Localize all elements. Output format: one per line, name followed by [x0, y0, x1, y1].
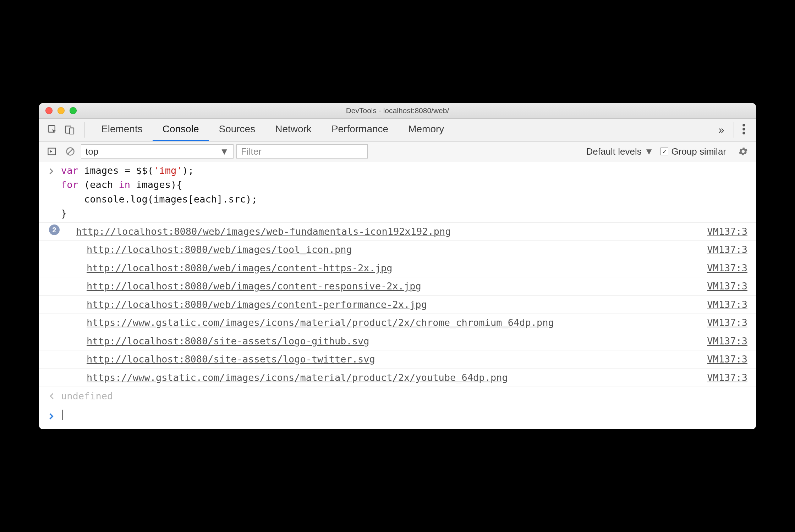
device-toolbar-icon[interactable]: [61, 121, 78, 138]
tab-performance[interactable]: Performance: [322, 119, 398, 141]
inspect-element-icon[interactable]: [44, 121, 61, 138]
console-input-row: var images = $$('img'); for (each in ima…: [39, 162, 756, 223]
return-row: undefined: [39, 387, 756, 406]
console-log-row: http://localhost:8080/web/images/content…: [39, 277, 756, 296]
console-log-row: http://localhost:8080/web/images/content…: [39, 296, 756, 314]
console-log-row: http://localhost:8080/site-assets/logo-g…: [39, 332, 756, 351]
devtools-window: DevTools - localhost:8080/web/ ElementsC…: [39, 103, 756, 429]
console-log-row: http://localhost:8080/web/images/tool_ic…: [39, 241, 756, 259]
console-log-row: https://www.gstatic.com/images/icons/mat…: [39, 314, 756, 332]
filter-input[interactable]: [236, 144, 368, 159]
devtools-tabs: ElementsConsoleSourcesNetworkPerformance…: [39, 119, 756, 142]
console-log-row: https://www.gstatic.com/images/icons/mat…: [39, 369, 756, 387]
console-prompt[interactable]: [39, 406, 756, 429]
log-message-link[interactable]: http://localhost:8080/site-assets/logo-t…: [87, 352, 375, 367]
chevron-down-icon: ▼: [645, 146, 654, 157]
log-levels-select[interactable]: Default levels ▼: [586, 146, 654, 157]
log-source-link[interactable]: VM137:3: [707, 243, 747, 257]
log-message-link[interactable]: http://localhost:8080/web/images/content…: [87, 298, 427, 312]
execution-context-select[interactable]: top ▼: [81, 144, 234, 159]
repeat-count-badge: 2: [49, 225, 60, 235]
more-tabs-button[interactable]: »: [712, 124, 731, 136]
log-source-link[interactable]: VM137:3: [707, 334, 747, 349]
titlebar: DevTools - localhost:8080/web/: [39, 103, 756, 119]
prompt-chevron-icon: [49, 410, 61, 423]
log-source-link[interactable]: VM137:3: [707, 371, 747, 385]
divider: [84, 122, 85, 138]
console-body: var images = $$('img'); for (each in ima…: [39, 162, 756, 429]
input-chevron-icon: [49, 164, 61, 221]
log-message-link[interactable]: http://localhost:8080/web/images/web-fun…: [76, 225, 451, 239]
window-title: DevTools - localhost:8080/web/: [39, 106, 756, 115]
svg-rect-2: [70, 128, 74, 134]
checkbox-icon: ✓: [660, 148, 668, 155]
close-window-button[interactable]: [45, 107, 53, 114]
log-message-link[interactable]: https://www.gstatic.com/images/icons/mat…: [87, 371, 508, 385]
console-log-row: 2http://localhost:8080/web/images/web-fu…: [39, 223, 756, 241]
log-source-link[interactable]: VM137:3: [707, 261, 747, 276]
zoom-window-button[interactable]: [70, 107, 77, 114]
tab-sources[interactable]: Sources: [209, 119, 265, 141]
tab-console[interactable]: Console: [153, 119, 209, 141]
context-label: top: [86, 146, 98, 157]
return-chevron-icon: [49, 389, 61, 404]
clear-console-icon[interactable]: [62, 144, 78, 159]
svg-point-4: [742, 128, 745, 131]
log-source-link[interactable]: VM137:3: [707, 352, 747, 367]
log-message-link[interactable]: https://www.gstatic.com/images/icons/mat…: [87, 316, 554, 330]
svg-point-5: [742, 132, 745, 135]
log-message-link[interactable]: http://localhost:8080/web/images/tool_ic…: [87, 243, 352, 257]
group-similar-checkbox[interactable]: ✓ Group similar: [660, 146, 726, 157]
minimize-window-button[interactable]: [57, 107, 65, 114]
log-message-link[interactable]: http://localhost:8080/site-assets/logo-g…: [87, 334, 369, 349]
console-settings-icon[interactable]: [735, 144, 751, 159]
log-message-link[interactable]: http://localhost:8080/web/images/content…: [87, 261, 393, 276]
cursor: [62, 410, 63, 420]
window-controls: [45, 107, 77, 114]
svg-point-3: [742, 124, 745, 127]
console-log-row: http://localhost:8080/web/images/content…: [39, 259, 756, 278]
tab-memory[interactable]: Memory: [398, 119, 454, 141]
code-input[interactable]: var images = $$('img'); for (each in ima…: [61, 164, 257, 221]
console-log-row: http://localhost:8080/site-assets/logo-t…: [39, 350, 756, 369]
log-source-link[interactable]: VM137:3: [707, 225, 747, 239]
log-source-link[interactable]: VM137:3: [707, 298, 747, 312]
toggle-sidebar-icon[interactable]: [44, 144, 60, 159]
console-toolbar: top ▼ Default levels ▼ ✓ Group similar: [39, 142, 756, 162]
log-source-link[interactable]: VM137:3: [707, 279, 747, 294]
settings-menu-icon[interactable]: [737, 124, 751, 136]
log-source-link[interactable]: VM137:3: [707, 316, 747, 330]
tab-network[interactable]: Network: [265, 119, 322, 141]
chevron-down-icon: ▼: [220, 146, 229, 157]
return-value: undefined: [61, 389, 113, 404]
tab-elements[interactable]: Elements: [91, 119, 153, 141]
divider: [734, 122, 734, 138]
log-message-link[interactable]: http://localhost:8080/web/images/content…: [87, 279, 421, 294]
